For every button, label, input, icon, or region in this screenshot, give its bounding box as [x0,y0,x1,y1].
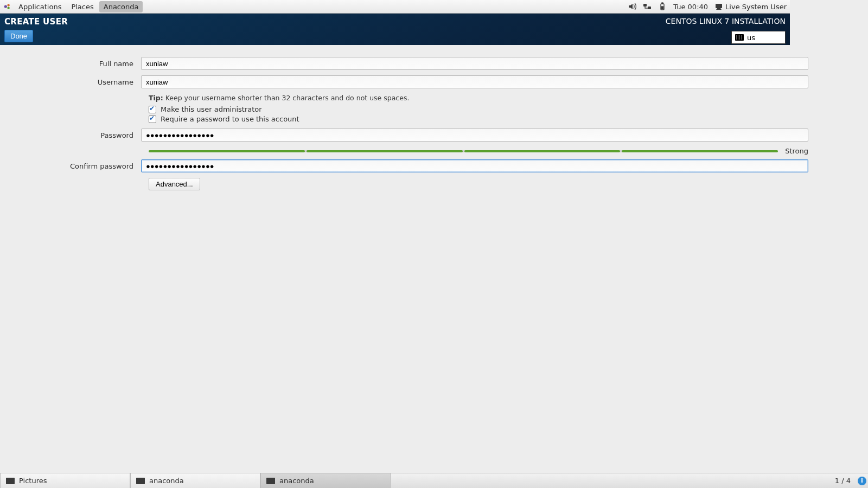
advanced-button[interactable]: Advanced... [149,178,200,190]
topbar-left: Applications Places Anaconda [3,1,143,12]
topbar-right: Tue 00:40 Live System User [628,2,787,11]
keyboard-layout-indicator[interactable]: us [731,31,786,44]
keyboard-layout-label: us [747,34,755,42]
battery-icon[interactable] [658,2,667,11]
menu-app-anaconda[interactable]: Anaconda [99,1,143,12]
row-confirm-password: Confirm password [49,159,790,172]
user-menu[interactable]: Live System User [714,2,787,11]
create-user-form: Full name Username Tip: Keep your userna… [49,57,790,190]
user-presence-icon [714,2,723,11]
svg-rect-6 [662,3,663,4]
svg-point-0 [4,5,7,8]
distro-logo-icon [3,3,11,10]
username-input[interactable] [141,75,790,88]
volume-icon[interactable] [628,2,636,11]
row-admin-checkbox[interactable]: Make this user administrator [149,105,790,113]
user-label: Live System User [725,3,787,11]
menu-applications[interactable]: Applications [14,1,66,12]
svg-point-1 [7,4,9,6]
svg-rect-8 [716,4,722,8]
fullname-label: Full name [49,60,141,68]
installer-subtitle: CENTOS LINUX 7 INSTALLATION [666,17,786,25]
password-strength-label: Strong [783,147,790,155]
tip-prefix: Tip: [149,94,163,102]
require-password-checkbox[interactable] [149,115,156,123]
svg-rect-3 [643,4,647,7]
admin-checkbox[interactable] [149,106,156,113]
svg-rect-4 [648,7,651,9]
password-label: Password [49,131,141,139]
username-label: Username [49,78,141,86]
confirm-password-label: Confirm password [49,162,141,170]
svg-rect-7 [662,7,663,9]
row-advanced: Advanced... [149,178,790,190]
admin-checkbox-label: Make this user administrator [161,105,262,113]
username-tip: Tip: Keep your username shorter than 32 … [149,94,790,102]
done-button[interactable]: Done [4,30,33,42]
password-input[interactable] [141,129,790,142]
row-password: Password [49,129,790,142]
require-password-checkbox-label: Require a password to use this account [161,115,299,123]
network-icon[interactable] [643,2,652,11]
row-username: Username [49,75,790,88]
anaconda-header: CREATE USER CENTOS LINUX 7 INSTALLATION … [0,14,790,45]
tip-text: Keep your username shorter than 32 chara… [163,94,410,102]
password-strength-meter: Strong [149,147,790,155]
menu-places[interactable]: Places [67,1,98,12]
form-area: Full name Username Tip: Keep your userna… [0,45,790,444]
row-fullname: Full name [49,57,790,70]
clock[interactable]: Tue 00:40 [673,3,708,11]
gnome-topbar: Applications Places Anaconda Tue 00:40 L… [0,0,790,14]
confirm-password-input[interactable] [141,159,790,172]
row-require-password-checkbox[interactable]: Require a password to use this account [149,115,790,123]
keyboard-icon [735,34,744,41]
svg-point-2 [7,7,9,9]
fullname-input[interactable] [141,57,790,70]
password-strength-bar [149,150,778,152]
